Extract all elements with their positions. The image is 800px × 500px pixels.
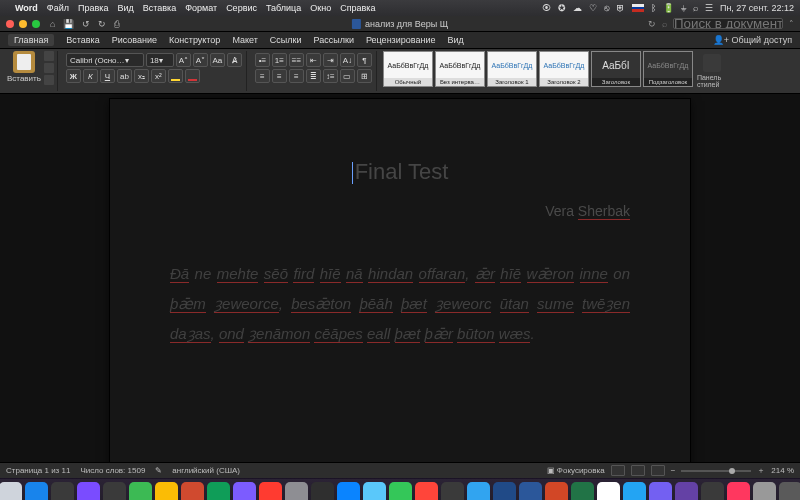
cut-button[interactable] — [44, 51, 54, 61]
font-size-select[interactable]: 18 ▾ — [146, 53, 174, 67]
multilevel-list-button[interactable]: ≡≡ — [289, 53, 304, 67]
search-icon[interactable]: ⌕ — [693, 3, 698, 13]
body-text-run[interactable]: ne — [189, 265, 217, 282]
dock-app-icon[interactable] — [675, 482, 698, 500]
menu-format[interactable]: Формат — [185, 3, 217, 13]
outline-view-button[interactable] — [651, 465, 665, 476]
dock-app-icon[interactable] — [493, 482, 516, 500]
body-text-run[interactable]: ȝeweorce — [214, 295, 279, 313]
body-text-run[interactable]: ǣr — [475, 265, 495, 283]
sync-icon[interactable]: ↻ — [648, 19, 656, 29]
strikethrough-button[interactable]: ab — [117, 69, 132, 83]
zoom-slider[interactable] — [681, 470, 751, 472]
highlight-color-button[interactable] — [168, 69, 183, 83]
dock-app-icon[interactable] — [259, 482, 282, 500]
zoom-level[interactable]: 214 % — [771, 466, 794, 475]
body-text-run[interactable]: hīē — [500, 265, 521, 283]
bullets-button[interactable]: •≡ — [255, 53, 270, 67]
dock-app-icon[interactable] — [571, 482, 594, 500]
styles-pane-button[interactable]: Панель стилей — [697, 51, 727, 91]
share-button[interactable]: 👤+ Общий доступ — [713, 35, 792, 45]
bluetooth-icon[interactable]: ᛒ — [651, 3, 656, 13]
align-center-button[interactable]: ≡ — [272, 69, 287, 83]
paste-button[interactable]: Вставить — [7, 51, 41, 85]
body-text-run[interactable]: sēō — [264, 265, 288, 283]
subscript-button[interactable]: x₂ — [134, 69, 149, 83]
document-heading[interactable]: Final Test — [170, 159, 630, 185]
increase-font-button[interactable]: A˄ — [176, 53, 191, 67]
body-text-run[interactable] — [574, 295, 582, 312]
style-heading2[interactable]: АаБбВвГгДдЗаголовок 2 — [539, 51, 589, 87]
app-name[interactable]: Word — [15, 3, 38, 13]
style-title[interactable]: АаБбІЗаголовок — [591, 51, 641, 87]
dock-app-icon[interactable] — [311, 482, 334, 500]
dock-app-icon[interactable] — [519, 482, 542, 500]
menubar-extra-icon[interactable]: ☁ — [573, 3, 582, 13]
body-text-run[interactable]: nā — [346, 265, 363, 283]
italic-button[interactable]: К — [83, 69, 98, 83]
style-normal[interactable]: АаБбВвГгДдОбычный — [383, 51, 433, 87]
body-text-run[interactable]: þæt — [401, 295, 427, 313]
font-family-select[interactable]: Calibri (Осно… ▾ — [66, 53, 144, 67]
menu-window[interactable]: Окно — [310, 3, 331, 13]
dock-app-icon[interactable] — [129, 482, 152, 500]
page[interactable]: Final Test Vera Sherbak Đā ne mehte sēō … — [110, 99, 690, 462]
word-count[interactable]: Число слов: 1509 — [80, 466, 145, 475]
body-text-run[interactable]: Đā — [170, 265, 189, 283]
clear-formatting-button[interactable]: A̷ — [227, 53, 242, 67]
decrease-indent-button[interactable]: ⇤ — [306, 53, 321, 67]
author-line[interactable]: Vera Sherbak — [170, 203, 630, 219]
flag-icon[interactable] — [632, 4, 644, 12]
body-text-run[interactable] — [521, 265, 526, 282]
tab-draw[interactable]: Рисование — [112, 35, 157, 45]
superscript-button[interactable]: x² — [151, 69, 166, 83]
ribbon-collapse-icon[interactable]: ˄ — [789, 19, 794, 29]
body-text-run[interactable]: twēȝen — [582, 295, 630, 313]
body-text-run[interactable]: . — [530, 325, 534, 342]
tab-home[interactable]: Главная — [8, 34, 54, 46]
search-input[interactable] — [673, 18, 783, 29]
style-no-spacing[interactable]: АаБбВвГгДдБез интерва… — [435, 51, 485, 87]
body-text-run[interactable]: þæt — [395, 325, 421, 343]
dock-app-icon[interactable] — [207, 482, 230, 500]
save-icon[interactable]: 💾 — [63, 19, 74, 29]
dock-app-icon[interactable] — [467, 482, 490, 500]
menu-file[interactable]: Файл — [47, 3, 69, 13]
bold-button[interactable]: Ж — [66, 69, 81, 83]
body-text-run[interactable]: daȝas — [170, 325, 211, 343]
language-indicator[interactable]: английский (США) — [172, 466, 240, 475]
menubar-extra-icon[interactable]: ♡ — [589, 3, 597, 13]
minimize-window-button[interactable] — [19, 20, 27, 28]
body-text-run[interactable]: , — [465, 265, 475, 282]
body-text-run[interactable]: on — [608, 265, 630, 282]
dock-app-icon[interactable] — [753, 482, 776, 500]
body-text-run[interactable]: inne — [580, 265, 608, 283]
web-layout-view-button[interactable] — [631, 465, 645, 476]
focus-mode-button[interactable]: ▣ Фокусировка — [547, 466, 605, 475]
clock[interactable]: Пн, 27 сент. 22:12 — [720, 3, 794, 13]
menu-help[interactable]: Справка — [340, 3, 375, 13]
dock-app-icon[interactable] — [623, 482, 646, 500]
menu-tools[interactable]: Сервис — [226, 3, 257, 13]
body-text-run[interactable]: hīē — [320, 265, 341, 283]
tab-view[interactable]: Вид — [447, 35, 463, 45]
tab-insert[interactable]: Вставка — [66, 35, 99, 45]
close-window-button[interactable] — [6, 20, 14, 28]
dock-app-icon[interactable] — [181, 482, 204, 500]
home-icon[interactable]: ⌂ — [50, 19, 55, 29]
body-text-run[interactable]: , — [279, 295, 291, 312]
redo-icon[interactable]: ↻ — [98, 19, 106, 29]
numbering-button[interactable]: 1≡ — [272, 53, 287, 67]
body-text-run[interactable]: būton — [457, 325, 495, 343]
body-text-run[interactable]: ūtan — [500, 295, 529, 313]
menubar-extra-icon[interactable]: ✪ — [558, 3, 566, 13]
sort-button[interactable]: A↓ — [340, 53, 355, 67]
dock-app-icon[interactable] — [0, 482, 22, 500]
dock-app-icon[interactable] — [597, 482, 620, 500]
body-text-run[interactable] — [314, 265, 319, 282]
body-text-run[interactable]: wæs — [499, 325, 531, 343]
body-text-run[interactable]: besǣton — [291, 295, 351, 313]
dock-app-icon[interactable] — [727, 482, 750, 500]
dock-app-icon[interactable] — [233, 482, 256, 500]
style-heading1[interactable]: АаБбВвГгДдЗаголовок 1 — [487, 51, 537, 87]
